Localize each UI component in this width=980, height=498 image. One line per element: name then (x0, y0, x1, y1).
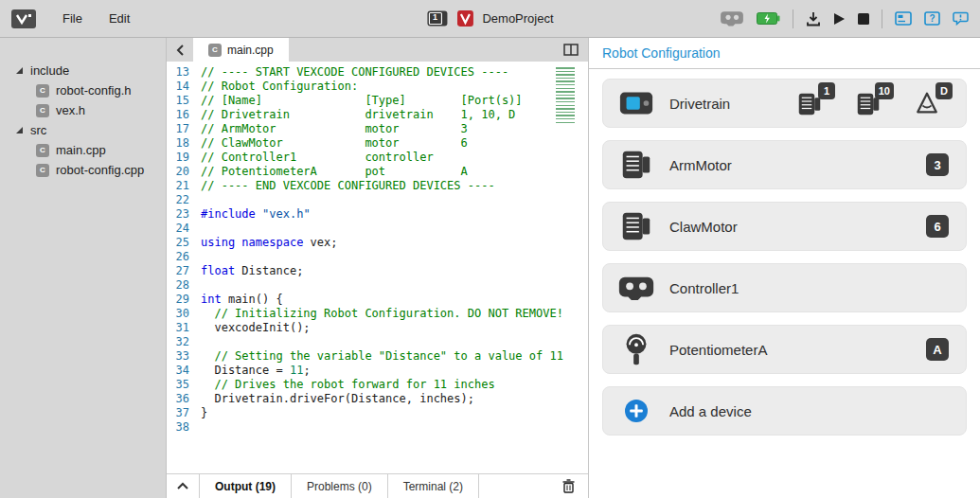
menu-edit[interactable]: Edit (96, 11, 143, 26)
line-number: 26 (167, 250, 201, 264)
device-card-drivetrain[interactable]: Drivetrain110D (602, 79, 967, 128)
device-label: ArmMotor (669, 157, 732, 173)
device-card-clawmotor[interactable]: ClawMotor6 (602, 202, 967, 251)
folder-expand-icon[interactable] (15, 66, 24, 75)
console-icon[interactable] (895, 11, 912, 26)
device-card-add-a-device[interactable]: Add a device (602, 386, 967, 436)
brain-icon[interactable]: 1 (426, 10, 447, 27)
motor-icon (618, 147, 654, 183)
code-line: 25using namespace vex; (167, 236, 588, 250)
code-line: 33 // Setting the variable "Distance" to… (167, 349, 588, 364)
line-number: 37 (167, 406, 201, 420)
feedback-icon[interactable] (953, 11, 969, 26)
code-text: int main() { (201, 293, 283, 307)
folder-expand-icon[interactable] (15, 126, 24, 134)
line-number: 22 (167, 193, 201, 207)
device-list: Drivetrain110DArmMotor3ClawMotor6Control… (589, 69, 980, 445)
file-label: robot-config.h (56, 83, 132, 98)
code-line: 29int main() { (167, 293, 588, 307)
panel-tab-output[interactable]: Output (19) (199, 474, 291, 498)
cpp-file-icon: C (36, 164, 49, 177)
code-line: 31 vexcodeInit(); (167, 321, 588, 335)
stop-icon[interactable] (858, 13, 869, 25)
port-badge: A (926, 338, 949, 361)
code-line: 19// Controller1 controller (167, 151, 588, 165)
device-card-potentiometera[interactable]: PotentiometerAA (602, 325, 967, 374)
line-number: 21 (167, 179, 201, 193)
brain-slot-badge: 1 (426, 12, 443, 22)
device-ports: 110D (795, 88, 951, 118)
port-badge: D (935, 82, 953, 99)
trash-icon[interactable] (549, 474, 588, 498)
code-text: // Initializing Robot Configuration. DO … (201, 307, 563, 321)
file-label: vex.h (56, 103, 85, 117)
code-line: 17// ArmMotor motor 3 (167, 122, 588, 136)
code-line: 28 (167, 278, 588, 293)
folder-src[interactable]: src (0, 120, 166, 140)
port-indicator: D (913, 88, 943, 118)
file-robot-config-h[interactable]: Crobot-config.h (0, 80, 166, 100)
device-label: Controller1 (669, 280, 739, 296)
device-card-controller1[interactable]: Controller1 (602, 263, 967, 312)
code-line: 16// Drivetrain drivetrain 1, 10, D (167, 108, 588, 122)
panel-tab-terminal[interactable]: Terminal (2) (387, 474, 479, 498)
line-number: 29 (167, 293, 201, 307)
port-badge: 3 (926, 153, 949, 176)
code-text: Drivetrain.driveFor(Distance, inches); (201, 392, 474, 406)
controller-icon (618, 270, 654, 306)
folder-label: include (30, 63, 69, 78)
line-number: 19 (167, 151, 201, 165)
line-number: 32 (167, 335, 201, 349)
port-indicator: 1 (795, 88, 826, 118)
line-number: 18 (167, 136, 201, 151)
code-line: 24 (167, 222, 588, 236)
tab-main-cpp[interactable]: C main.cpp (193, 38, 289, 62)
editor-column: C main.cpp 13// ---- START VEXCODE CONFI… (166, 38, 589, 498)
download-icon[interactable] (806, 11, 821, 27)
folder-include[interactable]: include (0, 61, 166, 80)
vex-logo[interactable] (11, 9, 36, 28)
code-editor[interactable]: 13// ---- START VEXCODE CONFIGURED DEVIC… (167, 62, 588, 473)
device-card-armmotor[interactable]: ArmMotor3 (602, 140, 967, 189)
file-main-cpp[interactable]: Cmain.cpp (0, 140, 166, 160)
code-line: 37} (167, 406, 588, 420)
code-text: using namespace vex; (201, 236, 338, 250)
bottom-bar-spacer (479, 474, 549, 498)
toolbar: FileEdit 1 DemoProject (0, 0, 980, 38)
port-badge: 1 (818, 82, 835, 99)
code-line: 32 (167, 335, 588, 349)
code-text: // [Name] [Type] [Port(s)] (201, 94, 523, 108)
file-vex-h[interactable]: Cvex.h (0, 100, 166, 120)
code-line: 18// ClawMotor motor 6 (167, 136, 588, 151)
line-number: 28 (167, 278, 201, 293)
code-text: Distance = 11; (201, 364, 311, 378)
toolbar-separator (793, 9, 793, 28)
code-line: 30 // Initializing Robot Configuration. … (167, 307, 588, 321)
split-editor-icon[interactable] (554, 38, 588, 62)
toolbar-right: ? (720, 9, 969, 28)
minimap[interactable] (556, 67, 575, 124)
line-number: 27 (167, 264, 201, 278)
code-text: // ClawMotor motor 6 (201, 136, 468, 151)
code-line: 26 (167, 250, 588, 264)
device-label: ClawMotor (669, 219, 738, 235)
code-line: 38 (167, 420, 588, 435)
file-robot-config-cpp[interactable]: Crobot-config.cpp (0, 160, 166, 180)
folder-label: src (30, 123, 46, 137)
robot-config-title: Robot Configuration (589, 38, 980, 68)
potentiometer-icon (618, 331, 654, 367)
code-text: // ---- END VEXCODE CONFIGURED DEVICES -… (201, 179, 495, 193)
drivetrain-icon (618, 85, 654, 121)
collapse-chevron-icon[interactable] (167, 474, 199, 498)
controller-status-icon[interactable] (720, 10, 744, 27)
help-icon[interactable]: ? (924, 11, 940, 26)
menu-file[interactable]: File (49, 11, 96, 26)
line-number: 23 (167, 207, 201, 222)
back-chevron-icon[interactable] (167, 38, 193, 62)
v5-icon[interactable] (456, 10, 472, 27)
line-number: 25 (167, 236, 201, 250)
bottom-panel-bar: Output (19)Problems (0)Terminal (2) (167, 473, 588, 498)
code-line: 22 (167, 193, 588, 207)
play-icon[interactable] (833, 12, 846, 26)
panel-tab-problems[interactable]: Problems (0) (291, 474, 387, 498)
